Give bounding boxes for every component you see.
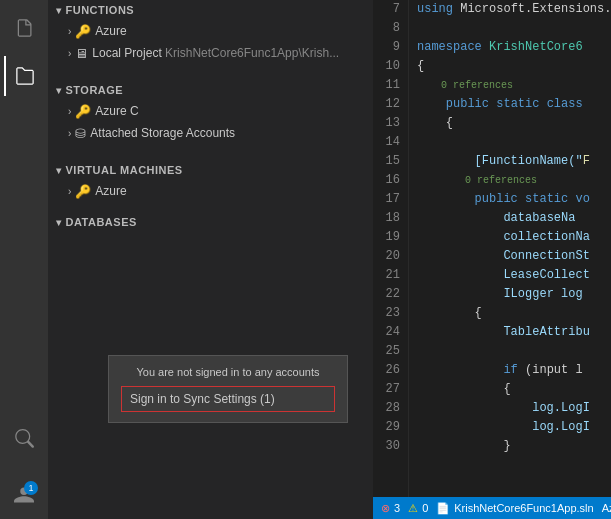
status-file[interactable]: 📄 KrishNetCore6Func1App.sln [436, 502, 593, 515]
ln-13: 13 [373, 114, 400, 133]
code-line-20: ConnectionSt [417, 247, 611, 266]
code-line-9: namespace KrishNetCore6 [417, 38, 611, 57]
vms-azure-item[interactable]: › 🔑 Azure [48, 180, 373, 202]
editor-panel: 7 8 9 10 11 12 13 14 15 16 17 18 19 20 2… [373, 0, 611, 519]
vms-chevron: ▾ [56, 165, 62, 176]
storage-section-header[interactable]: ▾ STORAGE [48, 80, 373, 100]
vms-azure-chevron: › [68, 186, 71, 197]
code-line-29: log.LogI [417, 418, 611, 437]
explorer-icon[interactable] [4, 56, 44, 96]
code-line-14 [417, 133, 611, 152]
ln-7: 7 [373, 0, 400, 19]
status-branch[interactable]: Azure: [602, 502, 611, 514]
code-line-30: } [417, 437, 611, 456]
attached-icon: ⛁ [75, 126, 86, 141]
search-icon[interactable] [4, 419, 44, 459]
functions-azure-chevron: › [68, 26, 71, 37]
ln-20: 20 [373, 247, 400, 266]
functions-section-header[interactable]: ▾ FUNCTIONS [48, 0, 373, 20]
ln-14: 14 [373, 133, 400, 152]
code-line-18: databaseNa [417, 209, 611, 228]
storage-azure-item[interactable]: › 🔑 Azure C [48, 100, 373, 122]
ln-19: 19 [373, 228, 400, 247]
code-line-24: TableAttribu [417, 323, 611, 342]
storage-label: STORAGE [66, 84, 124, 96]
ln-27: 27 [373, 380, 400, 399]
ln-12: 12 [373, 95, 400, 114]
accounts-icon[interactable]: 1 [4, 475, 44, 515]
ln-26: 26 [373, 361, 400, 380]
functions-local-item[interactable]: › 🖥 Local Project KrishNetCore6Func1App\… [48, 42, 373, 64]
accounts-badge: 1 [24, 481, 38, 495]
ln-21: 21 [373, 266, 400, 285]
functions-content: › 🔑 Azure › 🖥 Local Project KrishNetCore… [48, 20, 373, 64]
code-line-13: { [417, 114, 611, 133]
file-icon: 📄 [436, 502, 450, 515]
code-line-17: public static vo [417, 190, 611, 209]
sync-popup: You are not signed in to any accounts Si… [108, 355, 348, 423]
ln-29: 29 [373, 418, 400, 437]
ln-8: 8 [373, 19, 400, 38]
code-line-16: 0 references [417, 171, 611, 190]
ln-23: 23 [373, 304, 400, 323]
sync-settings-button[interactable]: Sign in to Sync Settings (1) [121, 386, 335, 412]
storage-azure-chevron: › [68, 106, 71, 117]
ln-30: 30 [373, 437, 400, 456]
vms-content: › 🔑 Azure [48, 180, 373, 202]
line-numbers: 7 8 9 10 11 12 13 14 15 16 17 18 19 20 2… [373, 0, 409, 497]
functions-azure-label: Azure [95, 24, 126, 38]
warning-count: 0 [422, 502, 428, 514]
databases-section-header[interactable]: ▾ DATABASES [48, 212, 373, 232]
error-icon: ⊗ [381, 502, 390, 515]
functions-local-chevron: › [68, 48, 71, 59]
databases-chevron: ▾ [56, 217, 62, 228]
ln-10: 10 [373, 57, 400, 76]
storage-content: › 🔑 Azure C › ⛁ Attached Storage Account… [48, 100, 373, 144]
attached-storage-label: Attached Storage Accounts [90, 126, 235, 140]
code-line-26: if (input l [417, 361, 611, 380]
code-line-28: log.LogI [417, 399, 611, 418]
ln-11: 11 [373, 76, 400, 95]
ln-18: 18 [373, 209, 400, 228]
vms-key-icon: 🔑 [75, 184, 91, 199]
ln-25: 25 [373, 342, 400, 361]
code-line-7: using Microsoft.Extensions. [417, 0, 611, 19]
storage-chevron: ▾ [56, 85, 62, 96]
code-line-8 [417, 19, 611, 38]
attached-storage-chevron: › [68, 128, 71, 139]
ln-16: 16 [373, 171, 400, 190]
ln-24: 24 [373, 323, 400, 342]
code-line-22: ILogger log [417, 285, 611, 304]
ln-9: 9 [373, 38, 400, 57]
status-errors[interactable]: ⊗ 3 [381, 502, 400, 515]
functions-local-label: Local Project KrishNetCore6Func1App\Kris… [92, 46, 339, 60]
attached-storage-item[interactable]: › ⛁ Attached Storage Accounts [48, 122, 373, 144]
code-line-19: collectionNa [417, 228, 611, 247]
files-icon[interactable] [4, 8, 44, 48]
status-branch-label: Azure: [602, 502, 611, 514]
local-icon: 🖥 [75, 46, 88, 61]
ln-15: 15 [373, 152, 400, 171]
ln-22: 22 [373, 285, 400, 304]
code-line-12: public static class [417, 95, 611, 114]
status-warnings[interactable]: ⚠ 0 [408, 502, 428, 515]
functions-azure-item[interactable]: › 🔑 Azure [48, 20, 373, 42]
error-count: 3 [394, 502, 400, 514]
code-line-10: { [417, 57, 611, 76]
key-icon: 🔑 [75, 24, 91, 39]
databases-label: DATABASES [66, 216, 137, 228]
status-filename: KrishNetCore6Func1App.sln [454, 502, 593, 514]
storage-azure-label: Azure C [95, 104, 138, 118]
code-line-11: 0 references [417, 76, 611, 95]
code-content[interactable]: using Microsoft.Extensions. namespace Kr… [409, 0, 611, 497]
storage-key-icon: 🔑 [75, 104, 91, 119]
warning-icon: ⚠ [408, 502, 418, 515]
ln-28: 28 [373, 399, 400, 418]
code-line-27: { [417, 380, 611, 399]
code-area: 7 8 9 10 11 12 13 14 15 16 17 18 19 20 2… [373, 0, 611, 497]
status-bar: ⊗ 3 ⚠ 0 📄 KrishNetCore6Func1App.sln Azur… [373, 497, 611, 519]
vms-section-header[interactable]: ▾ VIRTUAL MACHINES [48, 160, 373, 180]
code-line-21: LeaseCollect [417, 266, 611, 285]
code-line-23: { [417, 304, 611, 323]
activity-bar: 1 [0, 0, 48, 519]
